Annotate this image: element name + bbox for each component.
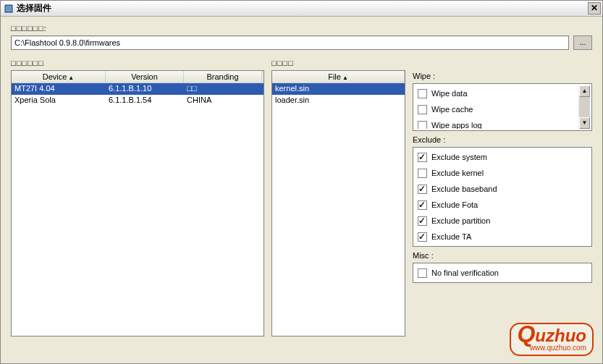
titlebar: 选择固件 ✕ — [1, 1, 602, 17]
checkbox-label: Wipe data — [431, 89, 468, 98]
wipe-scrollbar[interactable]: ▲ ▼ — [578, 85, 590, 129]
cell: □□ — [184, 83, 262, 95]
column-header[interactable]: Version — [106, 71, 184, 82]
checkbox[interactable] — [418, 169, 427, 178]
checkbox[interactable] — [418, 216, 427, 226]
checkbox-row[interactable]: Exclude system — [418, 149, 590, 165]
column-header[interactable]: File▲ — [272, 71, 405, 82]
checkbox[interactable] — [418, 268, 427, 278]
java-icon — [4, 4, 14, 14]
column-header[interactable]: Branding — [184, 71, 262, 82]
wipe-label: Wipe : — [413, 72, 592, 80]
source-path-input[interactable] — [11, 35, 569, 50]
browse-button[interactable]: ... — [573, 35, 592, 50]
checkbox-row[interactable]: Exclude Fota — [418, 197, 590, 213]
checkbox[interactable] — [418, 121, 427, 130]
cell: loader.sin — [272, 95, 405, 106]
scroll-up-icon[interactable]: ▲ — [579, 85, 590, 97]
watermark-brand: Quzhuo — [517, 326, 586, 344]
checkbox-row[interactable]: Wipe data — [418, 85, 578, 101]
checkbox-label: Exclude partition — [431, 216, 490, 225]
checkbox-row[interactable]: No final verification — [418, 265, 590, 281]
cell: Xperia Sola — [12, 95, 106, 106]
checkbox-label: Exclude kernel — [431, 169, 484, 177]
cell: 6.1.1.B.1.54 — [106, 95, 184, 106]
close-button[interactable]: ✕ — [588, 2, 601, 14]
checkbox-row[interactable]: Exclude TA — [418, 229, 590, 245]
table-row[interactable]: kernel.sin — [272, 83, 405, 95]
table-row[interactable]: loader.sin — [272, 95, 405, 106]
table-row[interactable]: Xperia Sola6.1.1.B.1.54CHINA — [12, 95, 263, 106]
checkbox-row[interactable]: Wipe cache — [418, 101, 578, 117]
checkbox-row[interactable]: Exclude kernel — [418, 165, 590, 181]
file-table: File▲ kernel.sinloader.sin — [271, 70, 405, 337]
dialog-window: 选择固件 ✕ □□□□□□: ... □□□□□□ Device▲Version… — [0, 0, 603, 364]
checkbox[interactable] — [418, 232, 427, 242]
cell: CHINA — [184, 95, 262, 106]
checkbox-label: Exclude system — [431, 153, 487, 161]
checkbox[interactable] — [418, 185, 427, 194]
source-label: □□□□□□: — [11, 24, 592, 33]
checkbox-row[interactable]: Exclude partition — [418, 213, 590, 229]
window-title: 选择固件 — [17, 2, 51, 14]
checkbox[interactable] — [418, 200, 427, 210]
scroll-down-icon[interactable]: ▼ — [579, 117, 590, 129]
checkbox-row[interactable]: Exclude baseband — [418, 181, 590, 197]
firmware-table: Device▲VersionBranding MT27I 4.046.1.1.B… — [11, 70, 264, 337]
checkbox-label: No final verification — [431, 268, 499, 277]
svg-rect-0 — [5, 5, 12, 12]
cell: 6.1.1.B.1.10 — [106, 83, 184, 95]
column-header[interactable]: Device▲ — [12, 71, 106, 82]
sort-asc-icon: ▲ — [342, 75, 348, 81]
cell: kernel.sin — [272, 83, 405, 95]
files-label: □□□□ — [271, 59, 405, 67]
exclude-group: Exclude : Exclude systemExclude kernelEx… — [413, 135, 592, 247]
checkbox-row[interactable]: Wipe apps log — [418, 117, 578, 129]
cell: MT27I 4.04 — [12, 83, 106, 95]
checkbox-label: Wipe cache — [431, 105, 473, 114]
firmwares-label: □□□□□□ — [11, 59, 264, 67]
checkbox[interactable] — [418, 153, 427, 162]
watermark: Quzhuo www.quzhuo.com — [510, 323, 594, 356]
checkbox-label: Wipe apps log — [431, 121, 482, 129]
sort-asc-icon: ▲ — [68, 75, 74, 81]
checkbox[interactable] — [418, 105, 427, 114]
wipe-group: Wipe : Wipe dataWipe cacheWipe apps log … — [413, 72, 592, 131]
checkbox[interactable] — [418, 89, 427, 98]
table-row[interactable]: MT27I 4.046.1.1.B.1.10□□ — [12, 83, 263, 95]
checkbox-label: Exclude Fota — [431, 200, 478, 209]
checkbox-label: Exclude TA — [431, 232, 471, 241]
checkbox-label: Exclude baseband — [431, 185, 497, 193]
misc-group: Misc : No final verification — [413, 251, 592, 283]
exclude-label: Exclude : — [413, 135, 592, 144]
misc-label: Misc : — [413, 251, 592, 260]
